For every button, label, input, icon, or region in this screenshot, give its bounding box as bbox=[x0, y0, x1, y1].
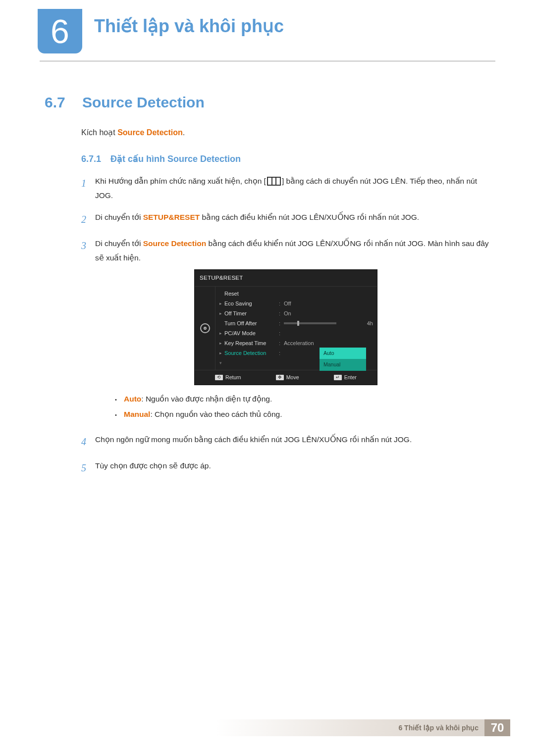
page-number: 70 bbox=[484, 719, 510, 736]
osd-row-offtimer: ▸Off Timer:On bbox=[215, 308, 377, 318]
osd-row-sourcedetection: ▸Source Detection: Auto Manual bbox=[215, 348, 377, 358]
chapter-title: Thiết lập và khôi phục bbox=[94, 16, 284, 37]
step-4: 4 Chọn ngôn ngữ mong muốn bằng cách điều… bbox=[81, 433, 492, 451]
label: Off Timer bbox=[224, 308, 279, 318]
gear-icon bbox=[200, 323, 210, 333]
section-title: Source Detection bbox=[82, 94, 205, 111]
divider bbox=[40, 60, 495, 62]
text: : Chọn nguồn vào theo cách thủ công. bbox=[150, 410, 282, 418]
step-1: 1 Khi Hướng dẫn phím chức năng xuất hiện… bbox=[81, 174, 492, 202]
osd-row-reset: Reset bbox=[215, 289, 377, 299]
page: 6 Thiết lập và khôi phục 6.7 Source Dete… bbox=[0, 0, 535, 756]
osd-row-eco: ▸Eco Saving:Off bbox=[215, 299, 377, 308]
text: Khi Hướng dẫn phím chức năng xuất hiện, … bbox=[95, 177, 266, 185]
step-text: Di chuyển tới Source Detection bằng cách… bbox=[95, 237, 492, 425]
options-bullets: Auto: Nguồn vào được nhận diện tự động. … bbox=[115, 391, 492, 422]
step-number: 2 bbox=[81, 210, 95, 229]
slider bbox=[284, 322, 336, 324]
text: Di chuyển tới bbox=[95, 239, 143, 248]
return-icon: ⟲ bbox=[215, 375, 223, 380]
value: Off bbox=[284, 299, 373, 308]
step-text: Tùy chọn được chọn sẽ được áp. bbox=[95, 459, 492, 477]
osd-screenshot: SETUP&RESET Reset ▸Eco Saving:Off ▸Off T… bbox=[194, 269, 492, 386]
osd-footer-enter: ↵Enter bbox=[334, 373, 357, 382]
step-number: 3 bbox=[81, 237, 95, 425]
osd-select-dropdown: Auto Manual bbox=[320, 348, 366, 371]
label: PC/AV Mode bbox=[224, 328, 279, 338]
bullet-auto: Auto: Nguồn vào được nhận diện tự động. bbox=[115, 391, 492, 406]
option-auto: Auto bbox=[320, 348, 366, 359]
osd-row-pcav: ▸PC/AV Mode: bbox=[215, 328, 377, 338]
text: Di chuyển tới bbox=[95, 213, 143, 221]
osd-title: SETUP&RESET bbox=[195, 270, 377, 287]
osd-footer-move: ✥Move bbox=[276, 373, 299, 382]
intro-prefix: Kích hoạt bbox=[81, 128, 117, 137]
osd-row-keyrepeat: ▸Key Repeat Time:Acceleration bbox=[215, 338, 377, 348]
step-text: Khi Hướng dẫn phím chức năng xuất hiện, … bbox=[95, 174, 492, 202]
value: 4h bbox=[356, 318, 373, 328]
highlight: Auto bbox=[124, 395, 141, 403]
osd-row-turnoff: Turn Off After:4h bbox=[215, 318, 377, 328]
highlight: SETUP&RESET bbox=[143, 213, 200, 221]
osd-icon-column bbox=[195, 287, 215, 370]
highlight: Manual bbox=[124, 410, 150, 418]
osd-panel: SETUP&RESET Reset ▸Eco Saving:Off ▸Off T… bbox=[194, 269, 377, 386]
step-text: Di chuyển tới SETUP&RESET bằng cách điều… bbox=[95, 210, 492, 229]
section-number: 6.7 bbox=[45, 94, 65, 111]
label: Eco Saving bbox=[224, 299, 279, 308]
bullet-manual: Manual: Chọn nguồn vào theo cách thủ côn… bbox=[115, 406, 492, 422]
step-number: 5 bbox=[81, 459, 95, 477]
label: Return bbox=[225, 373, 241, 382]
page-footer: 6 Thiết lập và khôi phục 70 bbox=[37, 719, 510, 736]
subsection-title: Đặt cấu hình Source Detection bbox=[110, 154, 241, 164]
step-text: Chọn ngôn ngữ mong muốn bằng cách điều k… bbox=[95, 433, 492, 451]
label: Turn Off After bbox=[224, 318, 279, 328]
osd-footer: ⟲Return ✥Move ↵Enter bbox=[195, 370, 377, 385]
chapter-badge: 6 bbox=[38, 9, 82, 53]
value: Acceleration bbox=[284, 338, 373, 348]
label: Enter bbox=[344, 373, 357, 382]
subsection-number: 6.7.1 bbox=[81, 154, 101, 164]
label: Source Detection bbox=[224, 348, 279, 358]
intro-highlight: Source Detection bbox=[117, 128, 183, 137]
value: On bbox=[284, 308, 373, 318]
osd-rows: Reset ▸Eco Saving:Off ▸Off Timer:On Turn… bbox=[215, 287, 377, 370]
option-manual: Manual bbox=[320, 359, 366, 370]
steps-list: 1 Khi Hướng dẫn phím chức năng xuất hiện… bbox=[81, 174, 492, 485]
footer-text: 6 Thiết lập và khôi phục bbox=[37, 719, 484, 736]
move-icon: ✥ bbox=[276, 375, 284, 380]
highlight: Source Detection bbox=[143, 239, 206, 248]
text: bằng cách điều khiển nút JOG LÊN/XUỐNG r… bbox=[200, 213, 419, 221]
intro-suffix: . bbox=[183, 128, 185, 137]
text: : Nguồn vào được nhận diện tự động. bbox=[141, 395, 272, 403]
step-number: 4 bbox=[81, 433, 95, 451]
step-3: 3 Di chuyển tới Source Detection bằng cá… bbox=[81, 237, 492, 425]
osd-body: Reset ▸Eco Saving:Off ▸Off Timer:On Turn… bbox=[195, 287, 377, 370]
osd-footer-return: ⟲Return bbox=[215, 373, 241, 382]
step-2: 2 Di chuyển tới SETUP&RESET bằng cách đi… bbox=[81, 210, 492, 229]
step-5: 5 Tùy chọn được chọn sẽ được áp. bbox=[81, 459, 492, 477]
menu-icon bbox=[267, 177, 281, 186]
step-number: 1 bbox=[81, 174, 95, 202]
label: Reset bbox=[224, 289, 279, 299]
subsection-heading: 6.7.1 Đặt cấu hình Source Detection bbox=[81, 153, 241, 164]
label: Move bbox=[286, 373, 299, 382]
enter-icon: ↵ bbox=[334, 375, 342, 380]
intro-text: Kích hoạt Source Detection. bbox=[81, 128, 185, 137]
label: Key Repeat Time bbox=[224, 338, 279, 348]
chapter-number: 6 bbox=[51, 14, 69, 48]
